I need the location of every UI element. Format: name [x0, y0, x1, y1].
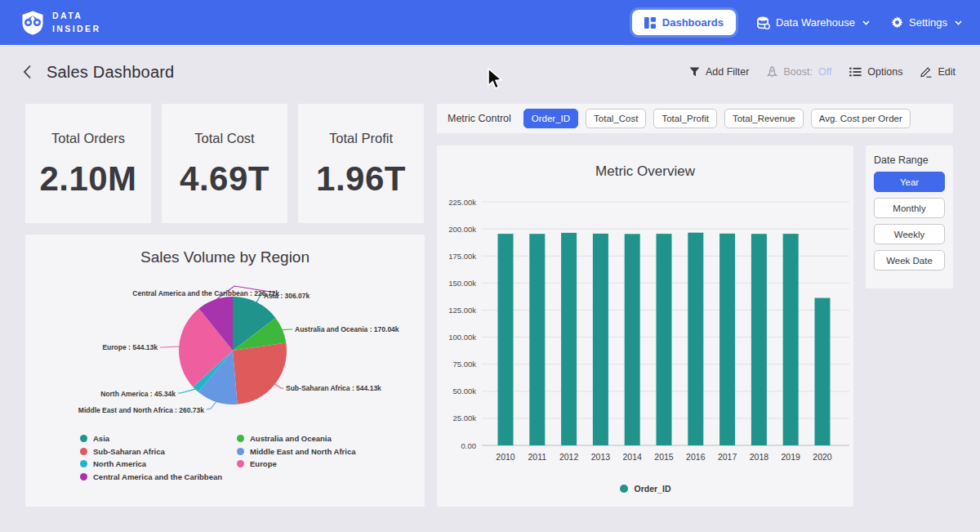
- kpi-value: 4.69T: [180, 159, 270, 199]
- bar-chart-svg: 0.0025.00k50.00k75.00k100.00k125.00k150.…: [437, 188, 853, 476]
- chevron-down-icon: [862, 20, 870, 25]
- metric-option-total-profit[interactable]: Total_Profit: [653, 109, 717, 128]
- bar-2013: [593, 234, 608, 445]
- dashboards-label: Dashboards: [662, 16, 724, 29]
- metric-option-avg-cost-per-order[interactable]: Avg. Cost per Order: [811, 109, 911, 128]
- metric-control-bar: Metric Control Order_IDTotal_CostTotal_P…: [437, 104, 953, 133]
- y-axis-tick-label: 175.00k: [448, 252, 476, 261]
- legend-dot-icon: [80, 473, 87, 481]
- brand-name: DATA INSIDER: [52, 10, 100, 34]
- gear-icon: [891, 16, 903, 29]
- kpi-card-total-profit: Total Profit 1.96T: [298, 104, 424, 223]
- options-button[interactable]: Options: [849, 66, 902, 78]
- legend-item-label: North America: [93, 459, 146, 468]
- add-filter-label: Add Filter: [706, 66, 750, 78]
- bar-2019: [783, 234, 799, 445]
- kpi-card-total-orders: Total Orders 2.10M: [25, 104, 151, 223]
- date-range-option-year[interactable]: Year: [874, 172, 945, 192]
- kpi-value: 2.10M: [39, 159, 136, 199]
- bar-2018: [751, 234, 767, 445]
- bar-2015: [657, 234, 672, 445]
- metric-option-total-cost[interactable]: Total_Cost: [586, 109, 646, 128]
- rocket-icon: [767, 66, 777, 78]
- bar-2017: [719, 234, 735, 445]
- options-list-icon: [849, 67, 862, 77]
- pie-slice-label: Middle East and North Africa : 260.73k: [78, 406, 204, 414]
- legend-item-label: Sub-Saharan Africa: [93, 447, 165, 456]
- data-warehouse-menu[interactable]: Data Warehouse: [757, 16, 870, 29]
- pie-slice-label: Sub-Saharan Africa : 544.13k: [286, 384, 381, 392]
- date-range-options: YearMonthlyWeeklyWeek Date: [874, 172, 945, 270]
- x-axis-label: 2018: [750, 452, 769, 462]
- pie-chart-card: Sales Volume by Region Asia : 306.07kAus…: [25, 235, 425, 507]
- pie-leader-line: [207, 401, 216, 409]
- pie-leader-line: [160, 346, 180, 347]
- kpi-card-total-cost: Total Cost 4.69T: [162, 104, 287, 223]
- bar-2010: [498, 234, 514, 445]
- metric-control-label: Metric Control: [448, 113, 511, 124]
- legend-item: Europe: [237, 458, 356, 471]
- dashboards-button[interactable]: Dashboards: [632, 10, 736, 35]
- chevron-down-icon: [955, 20, 962, 25]
- legend-item-label: Middle East and North Africa: [250, 447, 356, 456]
- legend-dot-icon: [80, 460, 87, 467]
- legend-item-label: Europe: [250, 459, 277, 468]
- bar-2020: [815, 298, 831, 445]
- pie-leader-line: [282, 329, 292, 330]
- bar-chart-card: Metric Overview 0.0025.00k50.00k75.00k10…: [437, 145, 853, 507]
- date-range-option-week-date[interactable]: Week Date: [874, 250, 945, 270]
- pie-chart-svg: Asia : 306.07kAustralia and Oceania : 17…: [25, 275, 425, 431]
- legend-item: North America: [80, 458, 222, 471]
- legend-item-label: Central America and the Caribbean: [93, 472, 222, 481]
- x-axis-label: 2011: [528, 452, 547, 462]
- x-axis-label: 2013: [591, 452, 611, 462]
- x-axis-label: 2017: [718, 452, 737, 462]
- page-title: Sales Dashboard: [47, 63, 174, 82]
- legend-item: Sub-Saharan Africa: [80, 445, 222, 458]
- pie-legend-column: Australia and OceaniaMiddle East and Nor…: [237, 432, 356, 471]
- legend-item: Middle East and North Africa: [237, 445, 356, 458]
- edit-button[interactable]: Edit: [920, 66, 956, 78]
- pie-slice-2: [233, 343, 287, 405]
- x-axis-label: 2016: [686, 452, 706, 462]
- pie-slice-label: North America : 45.34k: [100, 390, 176, 398]
- bar-2011: [529, 234, 545, 445]
- legend-item-label: Asia: [93, 434, 109, 443]
- legend-item: Asia: [80, 432, 222, 445]
- add-filter-button[interactable]: Add Filter: [689, 66, 750, 78]
- back-chevron-icon: [23, 65, 32, 79]
- pie-leader-line: [274, 383, 283, 388]
- filter-funnel-icon: [689, 67, 700, 77]
- pencil-icon: [920, 66, 932, 78]
- metric-option-total-revenue[interactable]: Total_Revenue: [724, 109, 804, 128]
- pie-slice-label: Europe : 544.13k: [102, 343, 158, 351]
- pie-slice-label: Australia and Oceania : 170.04k: [295, 325, 399, 333]
- metric-option-order-id[interactable]: Order_ID: [523, 109, 578, 128]
- brand: DATA INSIDER: [21, 10, 100, 34]
- back-button[interactable]: [20, 61, 35, 83]
- top-navbar: DATA INSIDER Dashboards D: [0, 0, 980, 45]
- y-axis-tick-label: 200.00k: [448, 225, 476, 234]
- settings-menu[interactable]: Settings: [891, 16, 962, 29]
- y-axis-tick-label: 50.00k: [452, 387, 476, 396]
- y-axis-tick-label: 0.00: [461, 441, 477, 450]
- kpi-label: Total Cost: [194, 131, 254, 146]
- y-axis-tick-label: 100.00k: [448, 333, 476, 342]
- bar-2014: [625, 234, 640, 445]
- date-range-option-monthly[interactable]: Monthly: [874, 198, 945, 218]
- legend-dot-icon: [237, 448, 244, 455]
- date-range-card: Date Range YearMonthlyWeeklyWeek Date: [866, 145, 953, 288]
- navbar-menu: Dashboards Data Warehouse: [632, 10, 962, 35]
- legend-item: Australia and Oceania: [237, 432, 356, 445]
- y-axis-tick-label: 225.00k: [448, 198, 476, 207]
- pie-slice-label: Central America and the Caribbean : 226.…: [132, 289, 279, 297]
- sales-dashboard-page: DATA INSIDER Dashboards D: [0, 0, 980, 532]
- boost-label: Boost:: [783, 66, 812, 78]
- boost-toggle[interactable]: Boost: Off: [767, 66, 831, 78]
- pie-chart-title: Sales Volume by Region: [25, 235, 425, 266]
- x-axis-label: 2012: [559, 452, 579, 462]
- edit-label: Edit: [938, 66, 956, 78]
- settings-label: Settings: [909, 16, 947, 29]
- date-range-option-weekly[interactable]: Weekly: [874, 224, 945, 244]
- x-axis-label: 2014: [623, 452, 643, 462]
